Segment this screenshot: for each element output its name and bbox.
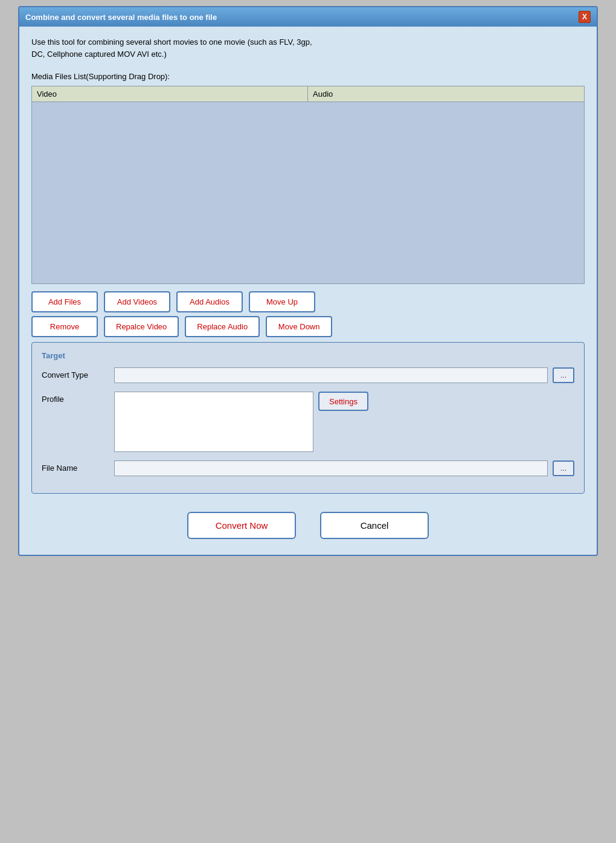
replace-video-button[interactable]: Repalce Video	[104, 316, 179, 337]
move-up-button[interactable]: Move Up	[249, 291, 315, 312]
description-line1: Use this tool for combining several shor…	[31, 36, 585, 48]
move-down-button[interactable]: Move Down	[266, 316, 332, 337]
description-line2: DC, Cellphone captured MOV AVI etc.)	[31, 48, 585, 60]
file-list-container: Video Audio	[31, 86, 585, 284]
file-name-browse-button[interactable]: ...	[553, 460, 574, 476]
main-window: Combine and convert several media files …	[18, 6, 598, 556]
replace-audio-button[interactable]: Replace Audio	[185, 316, 260, 337]
title-bar: Combine and convert several media files …	[19, 7, 597, 27]
convert-type-controls: ...	[114, 367, 574, 383]
cancel-button[interactable]: Cancel	[320, 512, 429, 539]
file-list-header: Video Audio	[32, 86, 584, 102]
window-title: Combine and convert several media files …	[25, 13, 217, 22]
settings-button[interactable]: Settings	[318, 392, 368, 411]
buttons-row-top: Add Files Add Videos Add Audios Move Up	[31, 291, 585, 312]
add-videos-button[interactable]: Add Videos	[104, 291, 170, 312]
file-list-body[interactable]	[32, 102, 584, 283]
add-audios-button[interactable]: Add Audios	[176, 291, 243, 312]
bottom-buttons: Convert Now Cancel	[31, 506, 585, 545]
profile-textarea[interactable]	[114, 392, 313, 452]
column-video: Video	[32, 86, 308, 102]
profile-controls: Settings	[114, 392, 574, 452]
add-files-button[interactable]: Add Files	[31, 291, 98, 312]
remove-button[interactable]: Remove	[31, 316, 98, 337]
buttons-row-bottom: Remove Repalce Video Replace Audio Move …	[31, 316, 585, 337]
file-name-row: File Name ...	[42, 460, 574, 476]
convert-type-input[interactable]	[114, 367, 548, 383]
description-text: Use this tool for combining several shor…	[31, 36, 585, 60]
convert-now-button[interactable]: Convert Now	[187, 512, 296, 539]
file-name-input[interactable]	[114, 460, 548, 476]
file-name-label: File Name	[42, 460, 114, 473]
column-audio: Audio	[308, 86, 584, 102]
file-name-controls: ...	[114, 460, 574, 476]
convert-type-row: Convert Type ...	[42, 367, 574, 383]
profile-row: Profile Settings	[42, 392, 574, 452]
target-section: Target Convert Type ... Profile Settings…	[31, 342, 585, 494]
close-button[interactable]: X	[579, 11, 591, 23]
convert-type-label: Convert Type	[42, 367, 114, 380]
target-label: Target	[42, 351, 574, 360]
profile-label: Profile	[42, 392, 114, 404]
convert-type-browse-button[interactable]: ...	[553, 367, 574, 383]
content-area: Use this tool for combining several shor…	[19, 27, 597, 555]
list-label: Media Files List(Supporting Drag Drop):	[31, 72, 585, 81]
